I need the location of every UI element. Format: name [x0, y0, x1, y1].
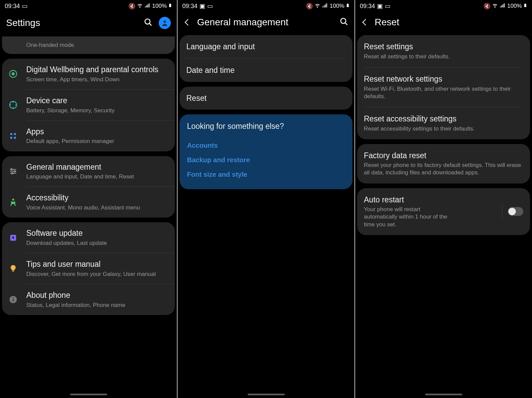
row-software-update[interactable]: Software update Download updates, Last u…	[2, 222, 175, 253]
screen-general-management: 09:34 ▣ ▭ 🔇 100% General management Lang…	[178, 0, 354, 398]
svg-point-6	[12, 73, 14, 75]
settings-card-partial: One-handed mode	[2, 36, 175, 54]
row-tips[interactable]: Tips and user manual Discover, Get more …	[2, 253, 175, 284]
row-sub: Screen time, App timers, Wind Down	[26, 76, 168, 83]
account-avatar-icon[interactable]	[159, 17, 171, 29]
row-title: General management	[26, 162, 168, 172]
header: Reset	[355, 11, 532, 35]
row-digital-wellbeing[interactable]: Digital Wellbeing and parental controls …	[2, 59, 175, 89]
link-font-size-style[interactable]: Font size and style	[187, 167, 345, 182]
row-reset-network[interactable]: Reset network settings Reset Wi-Fi, Blue…	[357, 67, 530, 107]
row-sub: Battery, Storage, Memory, Security	[26, 107, 168, 114]
row-accessibility[interactable]: Accessibility Voice Assistant, Mono audi…	[2, 187, 175, 218]
signal-icon	[499, 2, 505, 10]
row-sub: Reset accessibility settings to their de…	[364, 125, 523, 133]
wifi-icon	[492, 2, 498, 10]
svg-rect-28	[524, 4, 526, 7]
mute-icon: 🔇	[483, 3, 491, 10]
search-icon[interactable]	[144, 18, 153, 28]
battery-pct: 100%	[152, 3, 167, 9]
row-title: Accessibility	[26, 193, 168, 203]
battery-icon	[523, 2, 527, 10]
svg-point-4	[163, 21, 166, 23]
wellbeing-icon	[7, 69, 20, 79]
settings-card: Software update Download updates, Last u…	[2, 222, 175, 315]
row-reset[interactable]: Reset	[180, 87, 352, 110]
row-apps[interactable]: Apps Default apps, Permission manager	[2, 121, 175, 151]
row-title: Reset network settings	[364, 74, 523, 84]
status-bar: 09:34 ▭ 🔇 100%	[0, 0, 177, 11]
svg-point-2	[145, 19, 150, 24]
link-backup-restore[interactable]: Backup and restore	[187, 153, 345, 167]
svg-rect-25	[347, 3, 348, 4]
header: Settings	[0, 11, 177, 36]
battery-icon	[168, 2, 172, 10]
mute-icon: 🔇	[306, 3, 313, 10]
link-accounts[interactable]: Accounts	[187, 138, 345, 153]
svg-rect-22	[13, 299, 13, 302]
row-title: Reset settings	[364, 42, 523, 52]
header: General management	[178, 11, 354, 35]
row-sub: Reset all settings to their defaults.	[364, 53, 523, 60]
looking-card: Looking for something else? Accounts Bac…	[180, 114, 352, 189]
signal-icon	[322, 2, 328, 10]
home-indicator[interactable]	[248, 394, 285, 395]
row-title: About phone	[26, 290, 168, 300]
svg-point-8	[10, 133, 12, 135]
row-device-care[interactable]: Device care Battery, Storage, Memory, Se…	[2, 90, 175, 120]
screen-settings: 09:34 ▭ 🔇 100% Settings One-handed	[0, 0, 177, 398]
row-sub: Reset your phone to its factory default …	[364, 162, 523, 176]
row-reset-accessibility[interactable]: Reset accessibility settings Reset acces…	[357, 107, 530, 139]
row-sub: Status, Legal information, Phone name	[26, 302, 168, 309]
auto-restart-toggle[interactable]	[508, 207, 523, 216]
svg-rect-0	[169, 4, 171, 7]
back-icon[interactable]	[185, 19, 191, 26]
row-title: Reset accessibility settings	[364, 114, 523, 124]
status-bar: 09:34 ▣ ▭ 🔇 100%	[355, 0, 532, 11]
cast-icon: ▭	[385, 2, 390, 10]
row-auto-restart[interactable]: Auto restart Your phone will restart aut…	[357, 188, 530, 235]
svg-line-3	[149, 23, 152, 26]
page-title: Settings	[6, 18, 138, 28]
svg-point-23	[13, 297, 14, 298]
row-title: Apps	[26, 127, 168, 137]
row-factory-reset[interactable]: Factory data reset Reset your phone to i…	[357, 144, 530, 183]
apps-icon	[7, 132, 20, 140]
row-title: Reset	[186, 93, 207, 103]
svg-rect-20	[12, 271, 14, 272]
svg-point-15	[11, 169, 12, 170]
row-language-input[interactable]: Language and input	[180, 35, 352, 58]
cast-icon: ▭	[207, 2, 213, 10]
search-icon[interactable]	[340, 17, 348, 27]
row-sub: Reset Wi-Fi, Bluetooth, and other networ…	[364, 85, 523, 100]
toggle-separator	[502, 205, 502, 218]
row-date-time[interactable]: Date and time	[180, 59, 352, 82]
info-icon	[7, 295, 20, 304]
battery-icon	[346, 2, 350, 10]
row-sub: Voice Assistant, Mono audio, Assistant m…	[26, 204, 168, 211]
one-handed-sub[interactable]: One-handed mode	[2, 36, 175, 54]
svg-point-17	[11, 172, 13, 174]
row-title: Device care	[26, 96, 168, 106]
home-indicator[interactable]	[425, 394, 462, 395]
row-reset-settings[interactable]: Reset settings Reset all settings to the…	[357, 35, 530, 67]
svg-point-16	[14, 171, 15, 172]
row-general-management[interactable]: General management Language and input, D…	[2, 156, 175, 187]
row-title: Tips and user manual	[26, 259, 168, 269]
svg-rect-1	[170, 3, 171, 4]
row-sub: Your phone will restart automatically wi…	[364, 206, 451, 228]
svg-point-26	[341, 18, 346, 23]
row-sub: Default apps, Permission manager	[26, 138, 168, 145]
back-icon[interactable]	[362, 19, 369, 26]
row-sub: Download updates, Last update	[26, 239, 168, 247]
wifi-icon	[314, 2, 320, 10]
svg-point-9	[14, 133, 16, 135]
toggle-knob	[508, 208, 516, 215]
svg-point-11	[14, 137, 16, 139]
row-about-phone[interactable]: About phone Status, Legal information, P…	[2, 284, 175, 315]
row-title: Factory data reset	[364, 151, 523, 161]
screen-reset: 09:34 ▣ ▭ 🔇 100% Reset Reset settings Re…	[355, 0, 532, 398]
home-indicator[interactable]	[70, 394, 107, 395]
device-care-icon	[7, 100, 20, 110]
row-title: Auto restart	[364, 195, 495, 205]
